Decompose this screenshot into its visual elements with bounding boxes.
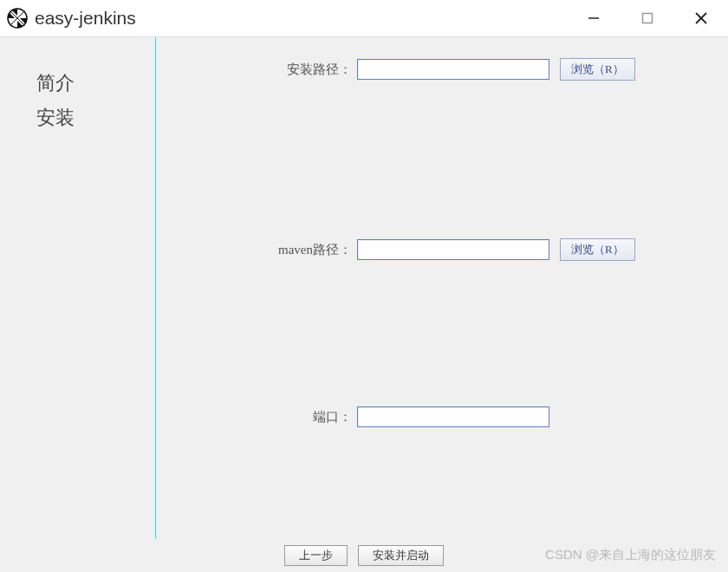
titlebar: easy-jenkins xyxy=(0,0,728,36)
main-panel: 安装路径： 浏览（R） maven路径： 浏览（R） 端口： xyxy=(156,37,728,539)
minimize-button[interactable] xyxy=(567,0,621,36)
prev-button[interactable]: 上一步 xyxy=(284,545,348,566)
install-path-browse-button[interactable]: 浏览（R） xyxy=(560,58,635,81)
sidebar-item-install[interactable]: 安装 xyxy=(36,105,155,131)
maximize-icon xyxy=(641,12,653,24)
watermark: CSDN @来自上海的这位朋友 xyxy=(545,547,716,563)
sidebar: 简介 安装 xyxy=(0,37,156,539)
port-label: 端口： xyxy=(269,409,352,426)
maven-path-browse-button[interactable]: 浏览（R） xyxy=(560,238,635,261)
row-maven-path: maven路径： 浏览（R） xyxy=(269,238,635,261)
minimize-icon xyxy=(588,12,600,24)
app-icon xyxy=(7,8,28,29)
row-port: 端口： xyxy=(269,406,549,427)
maven-path-input[interactable] xyxy=(357,239,549,260)
row-install-path: 安装路径： 浏览（R） xyxy=(269,58,635,81)
port-input[interactable] xyxy=(357,406,549,427)
window: easy-jenkins 简介 安装 xyxy=(0,0,728,572)
maximize-button[interactable] xyxy=(621,0,674,36)
sidebar-item-intro[interactable]: 简介 xyxy=(36,70,155,96)
svg-rect-3 xyxy=(643,14,653,23)
install-path-input[interactable] xyxy=(357,59,549,80)
footer: 上一步 安装并启动 CSDN @来自上海的这位朋友 xyxy=(0,539,728,572)
app-title: easy-jenkins xyxy=(35,8,567,29)
close-button[interactable] xyxy=(674,0,728,36)
install-path-label: 安装路径： xyxy=(269,62,352,78)
close-icon xyxy=(694,11,708,25)
body-area: 简介 安装 安装路径： 浏览（R） maven路径： 浏览（R） 端口： xyxy=(0,36,728,539)
maven-path-label: maven路径： xyxy=(269,242,352,258)
window-controls xyxy=(567,0,728,36)
install-start-button[interactable]: 安装并启动 xyxy=(358,545,444,566)
